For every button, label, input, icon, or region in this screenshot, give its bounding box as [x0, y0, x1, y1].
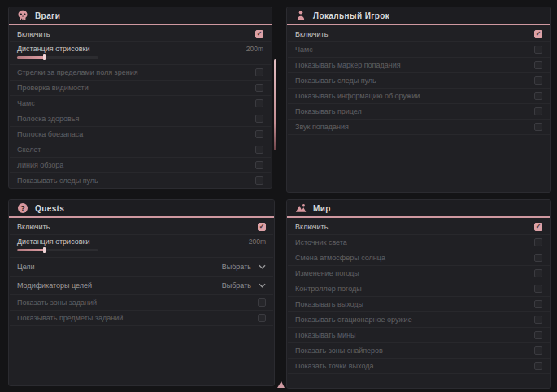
- chevron-down-icon: [259, 283, 266, 288]
- checkbox[interactable]: [534, 285, 542, 293]
- checkbox[interactable]: [534, 76, 542, 85]
- setting-row[interactable]: Контроллер погоды: [288, 281, 550, 297]
- setting-row[interactable]: Показывать маркер попадания: [288, 58, 550, 73]
- setting-row[interactable]: Чамс: [10, 96, 271, 111]
- panel-header-world: Мир: [287, 200, 550, 218]
- panel-title: Локальный Игрок: [313, 11, 389, 20]
- setting-label: Показывать следы пуль: [295, 76, 376, 85]
- setting-row[interactable]: Источник света: [288, 235, 550, 250]
- panel-body: Включить Чамс Показывать маркер попадани…: [287, 25, 550, 135]
- setting-row[interactable]: Показывать стационарное оружие: [288, 312, 550, 328]
- setting-label: Изменение погоды: [295, 269, 359, 277]
- checkbox[interactable]: [255, 68, 263, 76]
- setting-label: Показывать прицел: [295, 107, 362, 115]
- svg-text:?: ?: [20, 204, 25, 212]
- panel-header-enemies: Враги: [9, 7, 272, 25]
- checkbox[interactable]: [255, 176, 263, 185]
- setting-row[interactable]: Показывать информацию об оружии: [288, 89, 550, 104]
- setting-row[interactable]: Показывать выходы: [288, 297, 550, 312]
- slider-value: 200m: [246, 45, 263, 53]
- checkbox[interactable]: [534, 61, 542, 69]
- scrollbar[interactable]: [274, 59, 276, 150]
- slider-value: 200m: [249, 237, 266, 246]
- setting-row-render-distance: Дистанция отрисовки 200m: [10, 235, 273, 258]
- setting-row-enable[interactable]: Включить: [10, 27, 271, 42]
- setting-row[interactable]: Показывать прицел: [288, 104, 550, 120]
- setting-row-enable[interactable]: Включить: [10, 220, 273, 235]
- checkbox[interactable]: [534, 362, 542, 370]
- setting-row[interactable]: Показать зоны снайперов: [288, 343, 550, 359]
- setting-row[interactable]: Показывать предметы заданий: [10, 311, 273, 326]
- panel-title: Мир: [313, 204, 331, 213]
- checkbox[interactable]: [534, 269, 542, 277]
- setting-label: Линия обзора: [17, 161, 63, 169]
- setting-row[interactable]: Чамс: [288, 42, 550, 58]
- checkbox[interactable]: [255, 161, 263, 169]
- setting-label: Включить: [17, 223, 50, 231]
- player-icon: [295, 10, 307, 21]
- checkbox[interactable]: [534, 238, 542, 246]
- cursor-triangle: [277, 381, 285, 388]
- checkbox[interactable]: [534, 254, 542, 262]
- setting-label: Проверка видимости: [17, 84, 89, 92]
- setting-row[interactable]: Проверка видимости: [10, 81, 271, 96]
- checkbox[interactable]: [258, 223, 266, 231]
- render-distance-slider[interactable]: [17, 249, 98, 251]
- checkbox[interactable]: [534, 223, 542, 231]
- slider-handle[interactable]: [43, 54, 46, 60]
- panel-title: Враги: [35, 11, 60, 20]
- panel-header-quests: ? Quests: [9, 200, 274, 218]
- setting-row[interactable]: Стрелки за пределами поля зрения: [10, 65, 271, 81]
- skull-icon: [17, 10, 28, 21]
- checkbox[interactable]: [255, 30, 263, 38]
- setting-label: Показывать стационарное оружие: [295, 316, 412, 324]
- setting-label: Чамс: [295, 46, 313, 54]
- checkbox[interactable]: [258, 298, 266, 307]
- setting-label: Показать точки выхода: [295, 362, 373, 370]
- checkbox[interactable]: [258, 314, 266, 322]
- setting-row[interactable]: Показать точки выхода: [288, 359, 550, 374]
- panel-body: Включить Источник света Смена атмосферы …: [287, 218, 550, 374]
- render-distance-slider[interactable]: [17, 56, 98, 59]
- checkbox[interactable]: [534, 46, 542, 54]
- setting-label: Контроллер погоды: [295, 285, 362, 293]
- goal-modifiers-dropdown[interactable]: Выбрать: [222, 281, 266, 290]
- setting-row-goals[interactable]: Цели Выбрать: [10, 258, 273, 277]
- checkbox[interactable]: [255, 84, 263, 92]
- setting-row[interactable]: Линия обзора: [10, 158, 271, 173]
- setting-row[interactable]: Полоска боезапаса: [10, 127, 271, 142]
- setting-row[interactable]: Скелет: [10, 142, 271, 158]
- setting-label: Показывать мины: [295, 331, 356, 339]
- setting-row[interactable]: Показывать мины: [288, 328, 550, 343]
- setting-row-enable[interactable]: Включить: [288, 220, 550, 235]
- setting-row-goal-modifiers[interactable]: Модификаторы целей Выбрать: [10, 277, 273, 295]
- checkbox[interactable]: [534, 346, 542, 355]
- setting-row[interactable]: Показывать следы пуль: [10, 173, 271, 189]
- checkbox[interactable]: [255, 115, 263, 123]
- slider-handle[interactable]: [43, 247, 46, 253]
- world-icon: [295, 203, 307, 214]
- setting-row[interactable]: Звук попадания: [288, 120, 550, 135]
- goals-dropdown[interactable]: Выбрать: [222, 263, 266, 271]
- setting-label: Дистанция отрисовки: [17, 45, 90, 53]
- setting-row[interactable]: Показывать следы пуль: [288, 73, 550, 89]
- checkbox[interactable]: [255, 146, 263, 154]
- setting-label: Включить: [295, 223, 328, 231]
- setting-row-enable[interactable]: Включить: [288, 27, 550, 42]
- setting-row[interactable]: Полоска здоровья: [10, 111, 271, 127]
- checkbox[interactable]: [534, 123, 542, 131]
- dropdown-value: Выбрать: [222, 263, 251, 271]
- checkbox[interactable]: [534, 300, 542, 308]
- checkbox[interactable]: [534, 331, 542, 339]
- checkbox[interactable]: [534, 30, 542, 38]
- dropdown-value: Выбрать: [222, 281, 251, 290]
- setting-row[interactable]: Показать зоны заданий: [10, 295, 273, 311]
- checkbox[interactable]: [534, 107, 542, 115]
- setting-row[interactable]: Смена атмосферы солнца: [288, 250, 550, 266]
- checkbox[interactable]: [255, 99, 263, 107]
- checkbox[interactable]: [534, 92, 542, 100]
- setting-label: Показывать выходы: [295, 300, 363, 308]
- checkbox[interactable]: [534, 316, 542, 324]
- setting-row[interactable]: Изменение погоды: [288, 266, 550, 281]
- checkbox[interactable]: [255, 130, 263, 138]
